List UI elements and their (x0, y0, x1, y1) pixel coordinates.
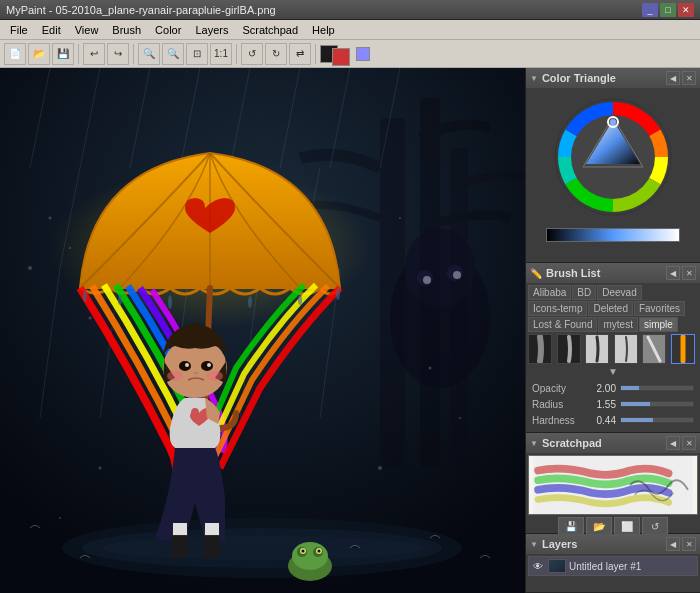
layers-header[interactable]: ▼ Layers ◀ ✕ (526, 534, 700, 554)
svg-point-54 (28, 266, 32, 270)
scratchpad-undo-btn[interactable]: ↺ (642, 517, 668, 535)
scratchpad-header[interactable]: ▼ Scratchpad ◀ ✕ (526, 433, 700, 453)
layers-close-icon[interactable]: ✕ (682, 537, 696, 551)
radius-label: Radius (532, 399, 584, 410)
svg-point-37 (207, 363, 211, 367)
svg-point-67 (336, 288, 340, 300)
brush-item-6[interactable] (671, 334, 695, 364)
zoom-fit-button[interactable]: ⊡ (186, 43, 208, 65)
radius-fill (621, 402, 650, 406)
scratchpad-tools: 💾 📂 ⬜ ↺ (528, 517, 698, 535)
rotate-ccw-button[interactable]: ↺ (241, 43, 263, 65)
scratchpad-clear-btn[interactable]: ⬜ (614, 517, 640, 535)
brush-item-1[interactable] (528, 334, 552, 364)
brush-tab-bd[interactable]: BD (572, 285, 596, 300)
menu-layers[interactable]: Layers (189, 22, 234, 38)
opacity-slider[interactable] (620, 385, 694, 391)
svg-rect-42 (173, 523, 187, 535)
close-panel-icon[interactable]: ✕ (682, 71, 696, 85)
brush-header-icons: ◀ ✕ (666, 266, 696, 280)
brush-detach-icon[interactable]: ◀ (666, 266, 680, 280)
color-triangle-header[interactable]: ▼ Color Triangle ◀ ✕ (526, 68, 700, 88)
right-panel: ▼ Color Triangle ◀ ✕ (525, 68, 700, 593)
svg-point-58 (459, 417, 461, 419)
brush-item-3[interactable] (585, 334, 609, 364)
new-button[interactable]: 📄 (4, 43, 26, 65)
scratchpad-label: Scratchpad (542, 437, 662, 449)
layer-row[interactable]: 👁 Untitled layer #1 (528, 556, 698, 576)
svg-point-63 (118, 295, 122, 305)
brush-tab-alibaba[interactable]: Alibaba (528, 285, 571, 300)
open-button[interactable]: 📂 (28, 43, 50, 65)
svg-point-60 (99, 467, 102, 470)
redo-button[interactable]: ↪ (107, 43, 129, 65)
background-color-swatch[interactable] (332, 48, 350, 66)
zoom-100-button[interactable]: 1:1 (210, 43, 232, 65)
color-triangle-content (526, 88, 700, 263)
menu-scratchpad[interactable]: Scratchpad (236, 22, 304, 38)
svg-rect-38 (172, 533, 188, 558)
brightness-slider[interactable] (546, 228, 680, 242)
brush-item-4[interactable] (614, 334, 638, 364)
menu-view[interactable]: View (69, 22, 105, 38)
brush-tab-simple[interactable]: simple (639, 317, 678, 332)
save-button[interactable]: 💾 (52, 43, 74, 65)
menu-file[interactable]: File (4, 22, 34, 38)
main-area: ▼ Color Triangle ◀ ✕ (0, 68, 700, 593)
extra-color-swatch[interactable] (356, 47, 370, 61)
scratchpad-close-icon[interactable]: ✕ (682, 436, 696, 450)
color-wheel-svg[interactable] (548, 92, 678, 222)
scratchpad-canvas[interactable] (528, 455, 698, 515)
brush-close-icon[interactable]: ✕ (682, 266, 696, 280)
svg-point-73 (610, 119, 616, 125)
zoom-in-button[interactable]: 🔍 (162, 43, 184, 65)
layers-detach-icon[interactable]: ◀ (666, 537, 680, 551)
layer-name: Untitled layer #1 (569, 561, 695, 572)
menu-brush[interactable]: Brush (106, 22, 147, 38)
brush-tab-icons-temp[interactable]: Icons-temp (528, 301, 587, 316)
minimize-button[interactable]: _ (642, 3, 658, 17)
brush-tab-lost[interactable]: Lost & Found (528, 317, 597, 332)
scratchpad-detach-icon[interactable]: ◀ (666, 436, 680, 450)
svg-point-8 (423, 276, 431, 284)
brush-list-content: Alibaba BD Deevad Icons-temp Deleted Fav… (526, 283, 700, 432)
brush-params: Opacity 2.00 Radius 1.55 H (528, 378, 698, 430)
maximize-button[interactable]: □ (660, 3, 676, 17)
opacity-fill (621, 386, 639, 390)
scratchpad-load-btn[interactable]: 📂 (586, 517, 612, 535)
rotate-cw-button[interactable]: ↻ (265, 43, 287, 65)
brush-tab-deleted[interactable]: Deleted (588, 301, 632, 316)
detach-icon[interactable]: ◀ (666, 71, 680, 85)
brush-tab-favorites[interactable]: Favorites (634, 301, 685, 316)
menu-color[interactable]: Color (149, 22, 187, 38)
color-wheel[interactable] (548, 92, 678, 222)
svg-point-33 (207, 371, 223, 381)
toolbar: 📄 📂 💾 ↩ ↪ 🔍 🔍 ⊡ 1:1 ↺ ↻ ⇄ (0, 40, 700, 68)
window-controls: _ □ ✕ (642, 3, 694, 17)
flip-button[interactable]: ⇄ (289, 43, 311, 65)
brush-list-header[interactable]: ✏️ Brush List ◀ ✕ (526, 263, 700, 283)
menu-edit[interactable]: Edit (36, 22, 67, 38)
svg-point-61 (59, 517, 61, 519)
brush-tab-deevad[interactable]: Deevad (597, 285, 641, 300)
hardness-slider[interactable] (620, 417, 694, 423)
canvas-area[interactable] (0, 68, 525, 593)
radius-slider[interactable] (620, 401, 694, 407)
brush-tab-mytest[interactable]: mytest (598, 317, 637, 332)
layer-visibility-toggle[interactable]: 👁 (531, 559, 545, 573)
menu-help[interactable]: Help (306, 22, 341, 38)
title-bar: MyPaint - 05-2010a_plane-ryanair-paraplu… (0, 0, 700, 20)
undo-button[interactable]: ↩ (83, 43, 105, 65)
opacity-label: Opacity (532, 383, 584, 394)
close-button[interactable]: ✕ (678, 3, 694, 17)
scratchpad-save-btn[interactable]: 💾 (558, 517, 584, 535)
brush-item-2[interactable] (557, 334, 581, 364)
brush-item-5[interactable] (642, 334, 666, 364)
svg-point-59 (378, 466, 382, 470)
menu-bar: File Edit View Brush Color Layers Scratc… (0, 20, 700, 40)
brush-expand-btn[interactable]: ▼ (528, 366, 698, 378)
brush-list-label: Brush List (546, 267, 662, 279)
toolbar-separator-3 (236, 44, 237, 64)
svg-point-32 (167, 371, 183, 381)
zoom-out-button[interactable]: 🔍 (138, 43, 160, 65)
